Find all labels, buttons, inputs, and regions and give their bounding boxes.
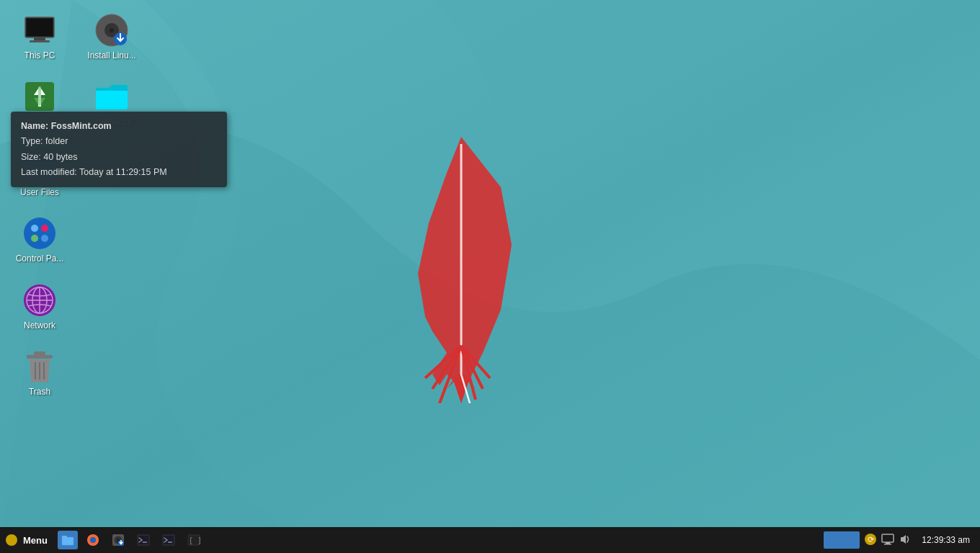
network-icon[interactable]: Network <box>7 277 72 336</box>
control-panel-icon-image <box>22 216 57 251</box>
icon-row-1: This PC Install Linu... <box>7 7 144 73</box>
install-linux-icon-image <box>94 13 129 48</box>
tray-update-icon[interactable]: ⟳ <box>864 533 877 548</box>
svg-rect-24 <box>34 351 45 356</box>
icon-row-2: Help Manual FossMint.c <box>7 73 144 140</box>
taskbar-tray: ⟳ 12:39:33 am <box>824 531 980 549</box>
trash-label: Trash <box>11 387 68 397</box>
help-manual-label: Help Manual <box>11 117 68 127</box>
svg-point-13 <box>24 217 55 249</box>
svg-rect-36 <box>138 535 149 545</box>
control-panel-icon[interactable]: Control Pa... <box>7 210 72 269</box>
trash-icon-image <box>22 349 57 384</box>
user-files-icon-image <box>22 150 57 184</box>
desktop: This PC Install Linu... <box>0 0 980 553</box>
this-pc-icon-image <box>22 13 57 48</box>
menu-icon <box>6 534 17 546</box>
network-icon-image <box>22 283 57 318</box>
help-manual-icon-image <box>22 79 57 114</box>
tray-display-icon[interactable] <box>881 533 894 548</box>
taskbar: Menu <box>0 527 980 553</box>
help-manual-icon[interactable]: Help Manual <box>7 73 72 132</box>
svg-point-16 <box>31 235 38 242</box>
menu-button[interactable]: Menu <box>0 527 53 553</box>
fossmint-icon[interactable]: FossMint.c <box>79 73 144 132</box>
svg-text:[ ]: [ ] <box>189 536 200 544</box>
svg-rect-29 <box>62 536 67 539</box>
desktop-icons-area: This PC Install Linu... <box>7 7 144 410</box>
svg-point-10 <box>110 28 114 32</box>
taskbar-terminal-2[interactable] <box>159 531 179 549</box>
svg-rect-45 <box>886 542 890 544</box>
taskbar-firefox[interactable] <box>83 531 103 549</box>
user-files-icon[interactable]: User Files <box>7 144 72 203</box>
tray-volume-icon[interactable] <box>899 533 912 548</box>
svg-point-15 <box>41 225 48 232</box>
network-label: Network <box>11 320 68 331</box>
taskbar-window-indicator[interactable] <box>824 531 860 549</box>
user-files-label: User Files <box>11 187 68 197</box>
taskbar-mintinstall[interactable] <box>108 531 128 549</box>
svg-rect-44 <box>882 534 894 542</box>
this-pc-label: This PC <box>11 50 68 60</box>
install-linux-icon[interactable]: Install Linu... <box>79 7 144 66</box>
svg-rect-46 <box>884 544 891 545</box>
taskbar-time: 12:39:33 am <box>916 535 976 545</box>
install-linux-label: Install Linu... <box>83 50 141 60</box>
trash-icon[interactable]: Trash <box>7 343 72 403</box>
svg-rect-38 <box>163 535 174 545</box>
fossmint-icon-image <box>94 79 129 114</box>
taskbar-brackets[interactable]: [ ] <box>184 531 204 549</box>
fossmint-label: FossMint.c <box>83 117 141 127</box>
menu-label: Menu <box>23 535 48 546</box>
svg-rect-5 <box>27 19 53 36</box>
svg-point-31 <box>90 537 96 543</box>
desktop-background <box>0 0 980 553</box>
svg-rect-7 <box>30 40 50 42</box>
this-pc-icon[interactable]: This PC <box>7 7 72 66</box>
svg-rect-6 <box>34 37 45 40</box>
taskbar-file-manager[interactable] <box>58 531 78 549</box>
svg-point-17 <box>41 235 48 242</box>
control-panel-label: Control Pa... <box>11 253 68 264</box>
svg-text:⟳: ⟳ <box>868 535 874 544</box>
taskbar-apps: [ ] <box>53 531 208 549</box>
taskbar-terminal-1[interactable] <box>133 531 153 549</box>
svg-point-14 <box>31 225 38 232</box>
